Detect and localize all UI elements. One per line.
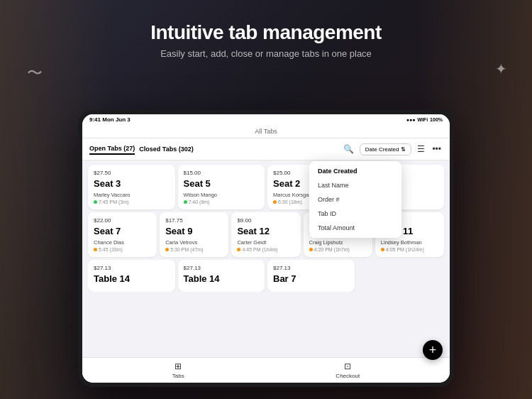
top-tab-bar: All Tabs [82, 125, 450, 138]
card-table14a[interactable]: $27.13 Table 14 [88, 260, 175, 292]
card-time: 4:05 PM (1h24m) [381, 247, 438, 252]
card-price: $9.00 [237, 217, 294, 224]
sort-dropdown: Date Created Last Name Order # Tab ID To… [309, 161, 401, 238]
star-icon: ✦ [495, 60, 507, 77]
add-tab-fab[interactable]: + [423, 340, 443, 360]
sort-button[interactable]: Date Created ⇅ [360, 143, 412, 155]
card-time: 5:30 PM (47m) [165, 247, 223, 252]
card-name: Wilson Mango [184, 192, 260, 198]
card-seat-label: Seat 12 [237, 226, 294, 236]
card-name: Chance Dias [94, 239, 151, 246]
more-button[interactable]: ••• [431, 143, 443, 155]
sort-label: Date Created [365, 146, 399, 153]
card-price: $27.13 [184, 265, 260, 271]
time-dot [309, 248, 313, 251]
nav-tabs[interactable]: ⊞ Tabs [172, 361, 184, 379]
card-name: Carter Geidt [237, 239, 294, 246]
card-seat7[interactable]: $22.00 Seat 7 Chance Dias 5:45 (33m) [88, 212, 157, 257]
card-price: $27.50 [94, 170, 170, 176]
card-seat-label: Table 14 [184, 273, 260, 284]
dropdown-item-date-created[interactable]: Date Created [309, 164, 401, 178]
card-price: $27.13 [94, 265, 170, 271]
status-bar: 9:41 Mon Jun 3 ●●● WiFi 100% [82, 114, 450, 125]
tabs-nav-label: Tabs [172, 373, 184, 379]
card-seat-label: Seat 7 [94, 226, 151, 236]
time-dot [94, 200, 97, 204]
card-seat3[interactable]: $27.50 Seat 3 Marley Vaccaro 7:45 PM (3m… [88, 165, 175, 209]
dropdown-item-total-amount[interactable]: Total Amount [309, 221, 401, 235]
card-time: 7:45 PM (3m) [94, 200, 170, 204]
card-price: $17.75 [165, 217, 223, 224]
card-name: Craig Lipshutz [309, 239, 367, 246]
checkout-nav-label: Checkout [336, 373, 360, 379]
card-name: Marley Vaccaro [94, 192, 170, 198]
card-seat-label: Bar 7 [273, 273, 349, 284]
hero-subtitle: Easily start, add, close or manage tabs … [0, 48, 532, 59]
status-icons: ●●● WiFi 100% [406, 117, 443, 122]
card-seat-label: Seat 9 [165, 226, 223, 236]
card-price: $27.13 [273, 265, 349, 271]
dropdown-item-last-name[interactable]: Last Name [309, 178, 401, 192]
time-dot [94, 248, 97, 251]
card-seat-label: Seat 3 [94, 178, 170, 189]
time-dot [273, 200, 277, 204]
card-price: $15.00 [184, 170, 260, 176]
card-seat9[interactable]: $17.75 Seat 9 Carla Vetrovs 5:30 PM (47m… [160, 212, 228, 257]
time-dot [381, 248, 384, 251]
battery-icon: 100% [430, 117, 443, 122]
card-seat12[interactable]: $9.00 Seat 12 Carter Geidt 4:45 PM (1h4m… [231, 212, 300, 257]
time-dot [184, 200, 187, 204]
wave-icon: 〜 [27, 62, 43, 84]
card-name: Lindsey Bothman [381, 239, 438, 246]
card-time: 4:20 PM (1h7m) [309, 247, 367, 252]
bottom-nav: ⊞ Tabs ⊡ Checkout [82, 357, 450, 383]
dropdown-item-order[interactable]: Order # [309, 192, 401, 207]
card-bar7[interactable]: $27.13 Bar 7 [267, 260, 355, 292]
card-table14b[interactable]: $27.13 Table 14 [178, 260, 265, 292]
card-time: 4:45 PM (1h4m) [237, 247, 294, 252]
wifi-icon: WiFi [417, 117, 428, 122]
time-dot [237, 248, 240, 251]
search-button[interactable]: 🔍 [342, 143, 355, 155]
dropdown-item-tab-id[interactable]: Tab ID [309, 207, 401, 221]
hero-title: Intuitive tab management [0, 21, 532, 44]
ipad-frame: 9:41 Mon Jun 3 ●●● WiFi 100% All Tabs Op… [78, 110, 454, 387]
status-time: 9:41 Mon Jun 3 [89, 116, 131, 123]
card-time: 7:40 (8m) [184, 200, 260, 204]
nav-checkout[interactable]: ⊡ Checkout [336, 361, 360, 379]
card-time: 5:45 (33m) [94, 247, 151, 252]
card-seat-label: Seat 5 [184, 178, 260, 189]
sort-arrows-icon: ⇅ [401, 146, 406, 153]
toolbar: Open Tabs (27) Closed Tabs (302) 🔍 Date … [82, 138, 450, 160]
card-price: $22.00 [94, 217, 151, 224]
open-tabs-tab[interactable]: Open Tabs (27) [89, 143, 135, 155]
card-name: Carla Vetrovs [165, 239, 223, 246]
card-seat5[interactable]: $15.00 Seat 5 Wilson Mango 7:40 (8m) [178, 165, 265, 209]
ipad-screen: 9:41 Mon Jun 3 ●●● WiFi 100% All Tabs Op… [82, 114, 450, 383]
card-row-3: $27.13 Table 14 $27.13 Table 14 $27.13 B… [88, 260, 444, 292]
closed-tabs-tab[interactable]: Closed Tabs (302) [139, 144, 193, 154]
all-tabs-label: All Tabs [255, 128, 277, 135]
checkout-icon: ⊡ [344, 361, 351, 371]
signal-icon: ●●● [406, 117, 416, 122]
filter-button[interactable]: ☰ [416, 143, 426, 155]
time-dot [165, 248, 169, 251]
hero-header: Intuitive tab management Easily start, a… [0, 21, 532, 59]
tabs-icon: ⊞ [174, 361, 182, 371]
card-seat-label: Table 14 [94, 273, 170, 284]
